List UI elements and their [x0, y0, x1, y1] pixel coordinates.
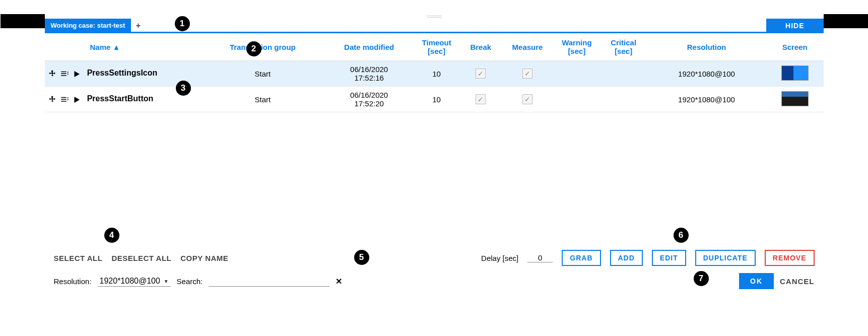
grab-label: GRAB — [570, 254, 592, 262]
col-name-label: Name ▲ — [90, 43, 120, 51]
resolution-select[interactable]: 1920*1080@100 — [98, 276, 171, 287]
tab-label: Working case: start-test — [51, 22, 125, 29]
row-warning — [554, 61, 600, 87]
clear-search-button[interactable]: ✕ — [336, 277, 342, 286]
ok-button[interactable]: OK — [739, 273, 774, 289]
footer-bar: SELECT ALL DESELECT ALL COPY NAME Delay … — [45, 245, 824, 296]
edit-label: EDIT — [660, 254, 678, 262]
delay-input[interactable] — [527, 253, 553, 262]
hide-label: HIDE — [785, 22, 804, 30]
drag-handle[interactable] — [45, 14, 824, 19]
row-name: PressSettingsIcon — [87, 69, 158, 77]
col-break[interactable]: Break — [460, 33, 501, 61]
callout-3: 3 — [176, 81, 191, 96]
callout-4: 4 — [104, 228, 119, 243]
col-date[interactable]: Date modified — [325, 33, 413, 61]
list-icon[interactable] — [60, 69, 69, 79]
ok-label: OK — [750, 277, 763, 285]
col-date-label: Date modified — [344, 43, 394, 51]
tab-bar: Working case: start-test + HIDE — [45, 19, 824, 33]
cancel-button[interactable]: CANCEL — [780, 277, 815, 286]
callout-5: 5 — [354, 250, 369, 265]
col-critical[interactable]: Critical [sec] — [600, 33, 647, 61]
duplicate-label: DUPLICATE — [703, 254, 748, 262]
col-timeout-label: Timeout [sec] — [422, 38, 451, 55]
search-label: Search: — [177, 277, 203, 286]
search-input[interactable] — [209, 276, 329, 287]
row-timeout: 10 — [413, 87, 460, 112]
select-all-button[interactable]: SELECT ALL — [54, 254, 103, 262]
col-resolution[interactable]: Resolution — [647, 33, 766, 61]
add-label: ADD — [618, 254, 635, 262]
col-screen-label: Screen — [782, 43, 808, 51]
move-icon[interactable] — [48, 95, 57, 104]
col-critical-label: Critical [sec] — [611, 38, 636, 55]
list-icon[interactable] — [60, 95, 69, 104]
delay-label: Delay [sec] — [481, 254, 518, 262]
col-break-label: Break — [470, 43, 491, 51]
row-resolution: 1920*1080@100 — [647, 61, 766, 87]
row-resolution: 1920*1080@100 — [647, 87, 766, 112]
col-warning-label: Warning [sec] — [562, 38, 591, 55]
close-icon: ✕ — [336, 277, 342, 286]
select-all-label: SELECT ALL — [54, 254, 103, 262]
callout-1: 1 — [175, 16, 190, 31]
deselect-all-button[interactable]: DESELECT ALL — [111, 254, 171, 262]
copy-name-button[interactable]: COPY NAME — [180, 254, 228, 262]
remove-button[interactable]: REMOVE — [765, 250, 815, 266]
row-warning — [554, 87, 600, 112]
cancel-label: CANCEL — [780, 277, 815, 286]
play-icon[interactable] — [72, 69, 81, 79]
duplicate-button[interactable]: DUPLICATE — [695, 250, 756, 266]
row-critical — [600, 87, 647, 112]
move-icon[interactable] — [48, 69, 57, 79]
hide-button[interactable]: HIDE — [766, 19, 823, 33]
col-resolution-label: Resolution — [687, 43, 726, 51]
tab-add[interactable]: + — [131, 19, 145, 33]
copy-name-label: COPY NAME — [180, 254, 228, 262]
screen-thumbnail[interactable] — [781, 91, 809, 106]
col-screen[interactable]: Screen — [766, 33, 823, 61]
callout-6: 6 — [674, 228, 689, 243]
play-icon[interactable] — [72, 95, 81, 104]
callout-7: 7 — [694, 271, 709, 286]
screen-thumbnail[interactable] — [781, 65, 809, 81]
row-critical — [600, 61, 647, 87]
col-tgroup-label: Transaction group — [230, 43, 296, 51]
grab-button[interactable]: GRAB — [562, 250, 600, 266]
deselect-all-label: DESELECT ALL — [111, 254, 171, 262]
resolution-label: Resolution: — [54, 277, 92, 286]
remove-label: REMOVE — [773, 254, 807, 262]
col-name[interactable]: Name ▲ — [45, 33, 201, 61]
col-tgroup[interactable]: Transaction group — [201, 33, 325, 61]
edit-button[interactable]: EDIT — [652, 250, 686, 266]
measure-checkbox[interactable]: ✓ — [522, 69, 532, 79]
row-date: 06/16/2020 17:52:20 — [325, 87, 413, 112]
break-checkbox[interactable]: ✓ — [476, 69, 486, 79]
row-tgroup: Start — [201, 87, 325, 112]
test-cases-table: Name ▲ Transaction group Date modified T… — [45, 33, 824, 112]
row-date: 06/16/2020 17:52:16 — [325, 61, 413, 87]
row-tgroup: Start — [201, 61, 325, 87]
col-measure-label: Measure — [512, 43, 543, 51]
table-row[interactable]: PressSettingsIcon Start 06/16/2020 17:52… — [45, 61, 824, 87]
callout-2: 2 — [246, 41, 261, 56]
table-header-row: Name ▲ Transaction group Date modified T… — [45, 33, 824, 61]
col-warning[interactable]: Warning [sec] — [554, 33, 600, 61]
col-timeout[interactable]: Timeout [sec] — [413, 33, 460, 61]
row-timeout: 10 — [413, 61, 460, 87]
break-checkbox[interactable]: ✓ — [476, 94, 486, 104]
plus-icon: + — [136, 21, 141, 30]
tab-working-case[interactable]: Working case: start-test — [45, 19, 131, 33]
col-measure[interactable]: Measure — [501, 33, 553, 61]
row-name: PressStartButton — [87, 94, 154, 103]
add-button[interactable]: ADD — [610, 250, 643, 266]
measure-checkbox[interactable]: ✓ — [522, 94, 532, 104]
table-row[interactable]: PressStartButton Start 06/16/2020 17:52:… — [45, 87, 824, 112]
